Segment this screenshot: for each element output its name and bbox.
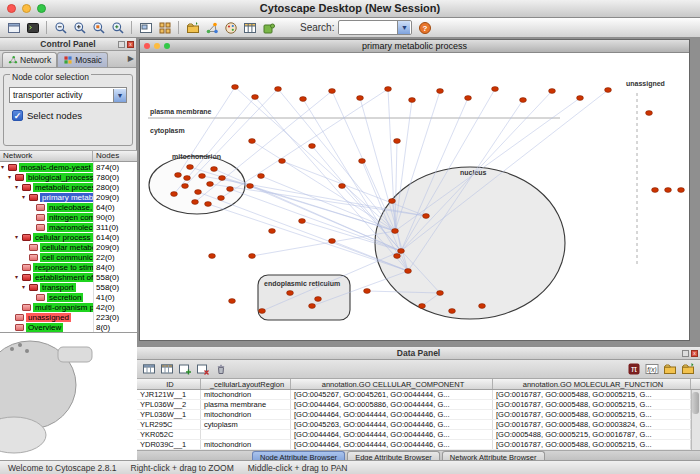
network-node[interactable] bbox=[549, 89, 556, 94]
table-cell[interactable]: YKR052C bbox=[137, 430, 201, 439]
network-node[interactable] bbox=[252, 95, 259, 100]
network-node[interactable] bbox=[309, 144, 316, 149]
network-node[interactable] bbox=[195, 190, 202, 195]
network-node[interactable] bbox=[309, 304, 316, 309]
tree-item[interactable]: ▾establishment of localization558(0) bbox=[0, 272, 137, 282]
trash-icon[interactable] bbox=[212, 361, 230, 377]
network-canvas[interactable]: plasma membranecytoplasmmitochondrionnuc… bbox=[140, 53, 689, 340]
tree-expander-icon[interactable]: ▾ bbox=[1, 164, 8, 170]
network-node[interactable] bbox=[646, 111, 653, 116]
network-node[interactable] bbox=[258, 174, 265, 179]
view-maximize-button[interactable] bbox=[164, 43, 170, 49]
table-cell[interactable]: mitochondrion bbox=[201, 390, 291, 399]
table-cell[interactable]: YJR121W__1 bbox=[137, 390, 201, 399]
select-attributes-icon[interactable] bbox=[140, 361, 158, 377]
table-scrollbar[interactable] bbox=[691, 390, 700, 450]
table-cell[interactable]: mitochondrion bbox=[201, 410, 291, 419]
network-node[interactable] bbox=[192, 200, 199, 205]
tree-item[interactable]: nitrogen compound metabolic90(0) bbox=[0, 212, 137, 222]
delete-attribute-icon[interactable] bbox=[194, 361, 212, 377]
table-cell[interactable]: [GO:0016787, GO:0005488, GO:0003824, G..… bbox=[493, 420, 691, 429]
tree-item[interactable]: secretion41(0) bbox=[0, 292, 137, 302]
table-cell[interactable]: YPL036W__1 bbox=[137, 410, 201, 419]
tree-expander-icon[interactable]: ▾ bbox=[15, 234, 22, 240]
network-node[interactable] bbox=[398, 249, 405, 254]
table-cell[interactable]: YPL036W__2 bbox=[137, 400, 201, 409]
network-node[interactable] bbox=[175, 173, 182, 178]
network-node[interactable] bbox=[389, 199, 396, 204]
tree-item[interactable]: response to stimulus84(0) bbox=[0, 262, 137, 272]
network-node[interactable] bbox=[209, 254, 216, 259]
network-node[interactable] bbox=[357, 96, 364, 101]
network-node[interactable] bbox=[182, 184, 189, 189]
network-node[interactable] bbox=[665, 188, 672, 193]
close-panel-icon[interactable]: x bbox=[127, 41, 134, 48]
table-cell[interactable]: [GO:0045267, GO:0045261, GO:0044444, G..… bbox=[291, 390, 493, 399]
table-cell[interactable]: mitochondrion bbox=[201, 440, 291, 449]
network-node[interactable] bbox=[249, 254, 256, 259]
network-node[interactable] bbox=[385, 87, 392, 92]
overview-icon[interactable] bbox=[136, 19, 155, 36]
network-node[interactable] bbox=[287, 291, 294, 296]
network-node[interactable] bbox=[315, 297, 322, 302]
plugin-manager-icon[interactable] bbox=[259, 19, 278, 36]
view-minimize-button[interactable] bbox=[154, 43, 160, 49]
search-input[interactable] bbox=[339, 22, 397, 34]
view-close-button[interactable] bbox=[144, 43, 150, 49]
network-node[interactable] bbox=[299, 219, 306, 224]
unselect-attributes-icon[interactable] bbox=[158, 361, 176, 377]
column-header[interactable]: annotation.GO MOLECULAR_FUNCTION bbox=[493, 379, 691, 389]
zoom-selected-icon[interactable] bbox=[89, 19, 108, 36]
network-node[interactable] bbox=[359, 159, 366, 164]
tree-item[interactable]: nucleobase, nucleoside, nucleotide metab… bbox=[0, 202, 137, 212]
tab-mosaic[interactable]: Mosaic bbox=[57, 52, 108, 67]
new-attribute-icon[interactable] bbox=[176, 361, 194, 377]
network-node[interactable] bbox=[187, 165, 194, 170]
network-node[interactable] bbox=[219, 176, 226, 181]
table-cell[interactable]: [GO:0044464, GO:0044444, GO:0044446, G..… bbox=[291, 430, 493, 439]
network-node[interactable] bbox=[329, 89, 336, 94]
network-node[interactable] bbox=[207, 182, 214, 187]
zoom-in-icon[interactable] bbox=[70, 19, 89, 36]
open-folder-icon[interactable] bbox=[661, 361, 679, 377]
tab-scroll-right-icon[interactable]: ▶ bbox=[128, 54, 134, 63]
network-node[interactable] bbox=[269, 229, 276, 234]
network-node[interactable] bbox=[275, 87, 282, 92]
network-node[interactable] bbox=[394, 139, 401, 144]
function-pi-icon[interactable]: π bbox=[625, 361, 643, 377]
network-node[interactable] bbox=[339, 184, 346, 189]
search-dropdown-arrow-icon[interactable]: ▼ bbox=[397, 21, 410, 34]
tree-item[interactable]: cellular metabolic process209(0) bbox=[0, 242, 137, 252]
table-cell[interactable]: cytoplasm bbox=[201, 420, 291, 429]
network-node[interactable] bbox=[205, 202, 212, 207]
tree-item[interactable]: Overview8(0) bbox=[0, 322, 137, 332]
tree-expander-icon[interactable]: ▾ bbox=[15, 184, 22, 190]
tree-expander-icon[interactable]: ▾ bbox=[22, 194, 29, 200]
tree-expander-icon[interactable]: ▾ bbox=[15, 274, 22, 280]
network-node[interactable] bbox=[171, 192, 178, 197]
attribute-browser-icon[interactable] bbox=[240, 19, 259, 36]
table-row[interactable]: YLR295Ccytoplasm[GO:0045263, GO:0044444,… bbox=[137, 420, 700, 430]
network-node[interactable] bbox=[409, 98, 416, 103]
network-node[interactable] bbox=[479, 304, 486, 309]
window-icon[interactable] bbox=[4, 19, 23, 36]
table-row[interactable]: YPL036W__2plasma membrane[GO:0044464, GO… bbox=[137, 400, 700, 410]
tree-item[interactable]: ▾metabolic process280(0) bbox=[0, 182, 137, 192]
network-node[interactable] bbox=[279, 159, 286, 164]
console-icon[interactable] bbox=[23, 19, 42, 36]
network-node[interactable] bbox=[300, 97, 307, 102]
network-node[interactable] bbox=[394, 254, 401, 259]
table-cell[interactable]: [GO:0044464, GO:0044444, GO:0044446, G..… bbox=[291, 440, 493, 449]
node-color-dropdown[interactable]: transporter activity ▼ bbox=[9, 87, 127, 103]
network-node[interactable] bbox=[211, 167, 218, 172]
network-view-titlebar[interactable]: primary metabolic process bbox=[140, 40, 689, 53]
float-panel-icon[interactable] bbox=[118, 41, 125, 48]
formula-fx-icon[interactable]: f(x) bbox=[643, 361, 661, 377]
tree-expander-icon[interactable]: ▾ bbox=[22, 284, 29, 290]
new-network-icon[interactable] bbox=[202, 19, 221, 36]
network-node[interactable] bbox=[465, 96, 472, 101]
network-node[interactable] bbox=[232, 85, 239, 90]
network-node[interactable] bbox=[392, 229, 399, 234]
table-cell[interactable]: [GO:0044464, GO:0044444, GO:0044446, G..… bbox=[291, 410, 493, 419]
tree-expander-icon[interactable]: ▾ bbox=[8, 174, 15, 180]
